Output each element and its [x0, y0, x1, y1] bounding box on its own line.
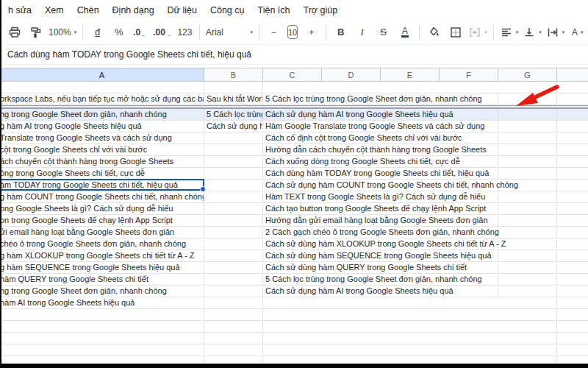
cell-c[interactable]: 5 Cách lọc trùng trong Google Sheet đơn … [263, 93, 557, 105]
text-wrap-button[interactable]: ▾ [544, 24, 567, 41]
zoom-select[interactable]: 100% ▾ [46, 24, 79, 41]
cell-b[interactable] [204, 333, 263, 344]
cell-c[interactable]: Cách sử dùng hàm QUERY trong Google Shee… [263, 262, 557, 273]
cell-c[interactable] [263, 344, 557, 355]
cell-a[interactable] [0, 309, 204, 320]
cell-c[interactable]: 2 Cách gạch chéo ô trong Google Sheets đ… [263, 227, 557, 238]
cell-b[interactable] [204, 227, 263, 238]
cell-b[interactable] [204, 286, 263, 297]
cell-c[interactable]: Hướng dẫn gửi email hàng loạt bằng Googl… [263, 215, 557, 226]
cell-c[interactable]: 5 Cách lọc trùng trong Google Sheet đơn … [263, 274, 557, 285]
menu-item-định-dạng[interactable]: Định dạng [106, 3, 161, 18]
cell-a[interactable]: ng trong Google Sheet đơn giản, nhanh ch… [0, 286, 204, 297]
strikethrough-button[interactable]: S [373, 24, 394, 41]
cell-h[interactable] [557, 191, 588, 202]
cell-a[interactable]: orkspace Labs, nếu bạn tiếp tục mở hoặc … [0, 93, 204, 105]
paint-format-button[interactable] [25, 24, 46, 41]
merge-cells-button[interactable]: ▾ [466, 24, 490, 41]
cell-h[interactable] [557, 109, 588, 120]
vertical-align-button[interactable]: ▾ [520, 24, 544, 41]
cell-h[interactable] [557, 238, 588, 250]
cell-b[interactable] [204, 215, 263, 226]
decrease-decimal-button[interactable]: .0← [129, 24, 151, 41]
cell-h[interactable] [557, 203, 588, 214]
cell-c[interactable]: Hàm TEXT trong Google Sheets là gì? Cách… [263, 191, 557, 202]
cell-h[interactable] [557, 227, 588, 238]
cell-h[interactable] [557, 180, 588, 191]
cell-c[interactable]: Cách sử dùng hàm SEQUENCE trong Google S… [263, 250, 557, 261]
currency-format-button[interactable]: đ [87, 24, 108, 41]
cell-h[interactable] [557, 168, 588, 179]
cell-c[interactable]: Cách sử dùng hàm XLOOKUP trong Google Sh… [263, 238, 557, 250]
menu-item-dữ-liệu[interactable]: Dữ liệu [161, 3, 204, 18]
cell-b[interactable] [204, 156, 263, 167]
cell-h[interactable] [557, 93, 588, 105]
cell-c[interactable] [263, 309, 557, 320]
menu-item-công-cụ[interactable]: Công cụ [204, 3, 251, 18]
cell-a[interactable]: ng trong Google Sheet đơn giản, nhanh ch… [0, 109, 204, 120]
cell-c[interactable] [263, 333, 557, 344]
cell-b[interactable]: Sau khi tắt Work [204, 93, 263, 105]
menu-item-tiện-ích[interactable]: Tiện ích [251, 3, 296, 18]
column-header-d[interactable]: D [322, 68, 381, 81]
menu-item-trợ-giúp[interactable]: Trợ giúp [297, 3, 345, 18]
cell-c[interactable]: Cách tạo button trong Google Sheets để c… [263, 203, 557, 214]
bold-button[interactable]: B [330, 24, 351, 41]
cell-h[interactable] [557, 344, 588, 355]
cell-b[interactable] [204, 297, 263, 308]
column-header-e[interactable]: E [381, 68, 440, 81]
cell-h[interactable] [557, 309, 588, 320]
column-header-g[interactable]: G [498, 68, 557, 81]
cell-h[interactable] [557, 156, 588, 167]
cell-h[interactable] [557, 121, 588, 132]
menu-item-chèn[interactable]: Chèn [71, 3, 106, 18]
menu-item-xem[interactable]: Xem [38, 3, 71, 18]
cell-b[interactable] [204, 180, 263, 191]
cell-a[interactable]: ong Google Sheets là gì? Cách sử dụng dễ… [0, 203, 204, 214]
cell-b[interactable]: 5 Cách lọc trùng [204, 109, 263, 120]
cell-h[interactable] [557, 297, 588, 308]
column-header-a[interactable]: A [0, 68, 204, 81]
cell-a[interactable]: hàm QUERY trong Google Sheets chi tiết [0, 274, 204, 285]
cell-a[interactable] [0, 82, 204, 93]
column-header-f[interactable]: F [440, 68, 498, 81]
font-size-input[interactable]: 10 [287, 25, 298, 39]
cell-b[interactable]: Cách sử dụng hà [204, 121, 263, 132]
cell-b[interactable] [204, 321, 263, 332]
cell-a[interactable]: òng trong Google Sheets chi tiết, cực dễ [0, 168, 204, 179]
cell-b[interactable] [204, 274, 263, 285]
cell-b[interactable] [204, 250, 263, 261]
cell-a[interactable]: hàm AI trong Google Sheets hiệu quả [0, 297, 204, 308]
italic-button[interactable]: I [351, 24, 373, 41]
fill-handle[interactable] [200, 186, 206, 192]
cell-a[interactable] [0, 344, 204, 355]
fill-color-button[interactable] [423, 24, 445, 41]
column-header-c[interactable]: C [263, 68, 322, 81]
column-header-b[interactable]: B [204, 68, 263, 81]
cell-b[interactable] [204, 238, 263, 250]
cell-a[interactable]: g hàm SEQUENCE trong Google Sheets hiệu … [0, 262, 204, 273]
menu-item-edit-partial[interactable]: h sửa [1, 3, 38, 18]
font-select[interactable]: Arial ▾ [204, 24, 255, 41]
cell-h[interactable] [557, 286, 588, 297]
borders-button[interactable] [445, 24, 466, 41]
cell-a[interactable] [0, 333, 204, 344]
cell-a[interactable]: g hàm XLOOKUP trong Google Sheets chi ti… [0, 250, 204, 261]
cell-a[interactable]: ách chuyển cột thành hàng trong Google S… [0, 156, 204, 167]
text-rotation-button[interactable]: A ▾ [567, 24, 588, 41]
cell-b[interactable] [204, 191, 263, 202]
cell-a[interactable] [0, 321, 204, 332]
print-button[interactable] [4, 24, 25, 41]
cell-a[interactable]: ửi email hàng loạt bằng Google Sheets đơ… [0, 227, 204, 238]
cell-c[interactable]: Cách xuống dòng trong Google Sheets chi … [263, 156, 557, 167]
cell-c[interactable]: Cách cố định cột trong Google Sheets chỉ… [263, 132, 557, 144]
cell-c[interactable]: Cách dùng hàm TODAY trong Google Sheets … [263, 168, 557, 179]
cell-a[interactable]: cột trong Google Sheets chỉ với vài bước [0, 144, 204, 155]
cell-a[interactable]: g hàm COUNT trong Google Sheets chi tiết… [0, 191, 204, 202]
cell-h[interactable] [557, 132, 588, 144]
column-header-partial[interactable] [557, 68, 588, 81]
cell-c[interactable] [263, 82, 557, 93]
cell-h[interactable] [557, 215, 588, 226]
horizontal-align-button[interactable]: ▾ [498, 24, 521, 41]
cell-a[interactable]: chéo ô trong Google Sheets đơn giản, nha… [0, 238, 204, 250]
